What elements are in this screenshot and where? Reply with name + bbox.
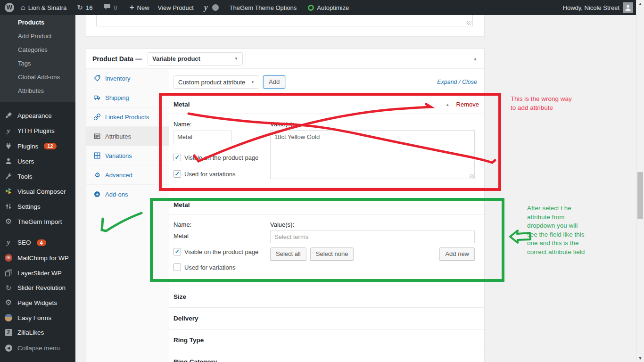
yith-icon: y	[4, 127, 13, 135]
attributes-panel: Custom product attribute ▼ Add Expand / …	[169, 69, 484, 362]
seo-count-badge: 4	[37, 239, 46, 246]
rotate-icon: ↻	[4, 284, 13, 291]
scrollbar-thumb[interactable]	[637, 172, 643, 219]
select-terms-input[interactable]	[270, 230, 475, 243]
grid-icon	[94, 152, 101, 159]
attribute-name-input[interactable]	[173, 131, 232, 143]
visible-checkbox[interactable]	[173, 154, 181, 161]
yoast-admin-bar-icon[interactable]: y	[204, 3, 208, 12]
sidebar-item-appearance[interactable]: Appearance	[0, 108, 75, 123]
sidebar-item-categories[interactable]: Categories	[0, 43, 75, 57]
sidebar-item-add-product[interactable]: Add Product	[0, 29, 75, 43]
expand-link[interactable]: Expand	[437, 79, 457, 85]
used-for-variations-checkbox[interactable]	[173, 170, 181, 178]
sidebar-item-products[interactable]: Products	[0, 16, 75, 29]
site-name-link[interactable]: ⌂ Lion & Sinatra	[21, 3, 66, 12]
scroll-up-icon[interactable]: ▲	[636, 1, 644, 6]
attribute-row-delivery[interactable]: Delivery	[169, 308, 484, 329]
attribute-row-ring-type[interactable]: Ring Type	[169, 329, 484, 351]
tab-inventory[interactable]: Inventory	[86, 69, 169, 88]
thegem-theme-options-link[interactable]: TheGem Theme Options	[229, 4, 297, 11]
view-product-link[interactable]: View Product	[158, 4, 194, 11]
tab-linked-products[interactable]: Linked Products	[86, 107, 169, 127]
add-attribute-button[interactable]: Add	[263, 75, 285, 89]
variations-checkbox-row[interactable]: Used for variations	[173, 263, 270, 271]
visible-checkbox[interactable]	[173, 248, 181, 255]
select-none-button[interactable]: Select none	[310, 247, 354, 261]
collapse-arrow-icon: ◀	[4, 345, 13, 352]
comment-count: 0	[114, 4, 117, 11]
autoptimize-label: Autoptimize	[317, 4, 349, 11]
scroll-down-icon[interactable]: ▼	[636, 356, 644, 361]
sidebar-item-visual-composer[interactable]: Visual Composer	[0, 184, 75, 199]
sidebar-item-thegem-import[interactable]: ⚙ TheGem Import	[0, 214, 75, 229]
gear-icon: ⚙	[94, 172, 101, 178]
autoptimize-link[interactable]: Autoptimize	[308, 4, 349, 11]
product-data-metabox: Product Data — Variable product ▼ ▲ Inve…	[86, 49, 485, 362]
add-new-button[interactable]: Add new	[439, 247, 475, 261]
sidebar-item-page-widgets[interactable]: ⚙ Page Widgets	[0, 295, 75, 310]
attribute-header[interactable]: Metal	[169, 196, 484, 214]
new-content-button[interactable]: + New	[130, 3, 149, 12]
sidebar-item-seo[interactable]: y SEO 4	[0, 235, 75, 250]
comments-link[interactable]: 0	[104, 4, 117, 11]
sidebar-item-tools[interactable]: Tools	[0, 169, 75, 184]
page-scrollbar[interactable]: ▲ ▼	[636, 0, 644, 362]
remove-attribute-link[interactable]: Remove	[456, 101, 479, 108]
appearance-brush-icon	[4, 112, 13, 119]
top-metabox	[86, 15, 485, 36]
used-for-variations-checkbox[interactable]	[173, 263, 181, 271]
sidebar-item-tags[interactable]: Tags	[0, 57, 75, 70]
sidebar-item-slider-revolution[interactable]: ↻ Slider Revolution	[0, 280, 75, 295]
user-avatar[interactable]	[623, 2, 633, 13]
visible-checkbox-row[interactable]: Visible on the product page	[173, 154, 270, 161]
toggle-attribute-icon[interactable]: ▲	[446, 102, 450, 107]
howdy-account-link[interactable]: Howdy, Nicole Street	[563, 4, 619, 11]
products-submenu: Products Add Product Categories Tags Glo…	[0, 12, 75, 102]
updates-link[interactable]: ↻ 16	[77, 3, 92, 12]
product-data-title: Product Data —	[92, 55, 142, 63]
tab-attributes[interactable]: Attributes	[86, 127, 169, 146]
wordpress-logo-icon[interactable]: W	[5, 3, 14, 12]
attribute-row-size[interactable]: Size	[169, 286, 484, 308]
attribute-values-textarea[interactable]: 18ct Yellow Gold	[270, 130, 475, 179]
sidebar-item-global-addons[interactable]: Global Add-ons	[0, 70, 75, 84]
collapse-menu-button[interactable]: ◀ Collapse menu	[0, 341, 75, 355]
tab-shipping[interactable]: Shipping	[86, 88, 169, 107]
attribute-header[interactable]: Metal ▲ Remove	[169, 95, 484, 114]
sidebar-item-yith-plugins[interactable]: y YITH Plugins	[0, 123, 75, 139]
main-content: Product Data — Variable product ▼ ▲ Inve…	[75, 15, 636, 362]
sidebar-item-zillalikes[interactable]: Z ZillaLikes	[0, 325, 75, 340]
name-label: Name:	[173, 121, 270, 128]
mailchimp-icon: m	[4, 254, 13, 262]
description-textarea[interactable]	[96, 15, 473, 26]
tab-advanced[interactable]: ⚙ Advanced	[86, 165, 169, 185]
gear-icon: ⚙	[4, 218, 13, 225]
sidebar-item-plugins[interactable]: Plugins 12	[0, 139, 75, 154]
sidebar-item-mailchimp[interactable]: m MailChimp for WP	[0, 250, 75, 265]
z-icon: Z	[4, 329, 13, 336]
tab-addons[interactable]: Add-ons	[86, 185, 169, 204]
sidebar-item-layerslider[interactable]: LayerSlider WP	[0, 265, 75, 280]
attribute-row-ring-category[interactable]: Ring Category	[169, 351, 484, 362]
visual-composer-icon	[4, 188, 13, 195]
product-type-select[interactable]: Variable product ▼	[148, 52, 243, 66]
truck-icon	[94, 94, 101, 101]
sidebar-item-settings[interactable]: Settings	[0, 199, 75, 214]
plugin-status-dot-icon[interactable]	[212, 4, 219, 11]
attribute-type-select[interactable]: Custom product attribute ▼	[173, 75, 259, 89]
tab-variations[interactable]: Variations	[86, 146, 169, 165]
select-all-button[interactable]: Select all	[270, 247, 306, 261]
variations-checkbox-row[interactable]: Used for variations	[173, 170, 270, 178]
admin-sidebar: Products Add Product Categories Tags Glo…	[0, 15, 75, 362]
sidebar-item-users[interactable]: Users	[0, 154, 75, 169]
visible-checkbox-row[interactable]: Visible on the product page	[173, 248, 270, 255]
sidebar-item-easy-forms[interactable]: Easy Forms	[0, 310, 75, 325]
sidebar-item-attributes[interactable]: Attributes	[0, 84, 75, 98]
chevron-down-icon: ▼	[234, 57, 238, 61]
resize-handle-icon[interactable]	[470, 174, 474, 178]
close-link[interactable]: Close	[462, 79, 477, 85]
resize-handle-icon[interactable]	[467, 21, 471, 25]
toggle-panel-icon[interactable]: ▲	[473, 56, 478, 61]
gear-icon: ⚙	[4, 299, 13, 306]
